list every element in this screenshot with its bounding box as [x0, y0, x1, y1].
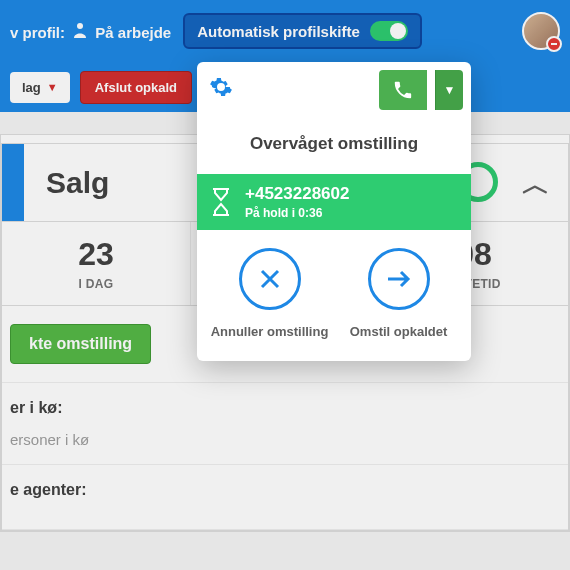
toggle-on-icon[interactable]	[370, 21, 408, 41]
stat-value: 23	[6, 236, 186, 273]
popup-actions: Annuller omstilling Omstil opkaldet	[197, 230, 471, 361]
queue-section-title: er i kø:	[10, 399, 560, 417]
confirm-transfer-button[interactable]: Omstil opkaldet	[334, 248, 463, 339]
gear-icon[interactable]	[209, 75, 233, 105]
auto-profile-switch-label: Automatisk profilskifte	[197, 23, 360, 40]
chevron-down-icon: ▼	[47, 81, 58, 93]
queue-name: Salg	[46, 166, 109, 200]
hold-status: På hold i 0:36	[245, 206, 349, 220]
cancel-transfer-button[interactable]: Annuller omstilling	[205, 248, 334, 339]
svg-point-0	[77, 23, 83, 29]
queue-color-bar	[2, 144, 24, 221]
hold-number: +4523228602	[245, 184, 349, 204]
call-dropdown-button[interactable]: ▼	[435, 70, 463, 110]
chevron-down-icon: ▼	[444, 83, 456, 97]
queue-empty-text: ersoner i kø	[10, 431, 560, 448]
agents-section-title: e agenter:	[10, 481, 560, 499]
confirm-transfer-label: Omstil opkaldet	[334, 324, 463, 339]
arrow-right-icon	[368, 248, 430, 310]
transfer-popup: ▼ Overvåget omstilling +4523228602 På ho…	[197, 62, 471, 361]
stat-calls-today: 23 I DAG	[2, 222, 190, 305]
queue-section: er i kø: ersoner i kø	[2, 383, 568, 465]
tag-dropdown[interactable]: lag ▼	[10, 72, 70, 103]
chevron-up-icon[interactable]: ︿	[522, 166, 550, 204]
auto-profile-switch[interactable]: Automatisk profilskifte	[183, 13, 422, 49]
end-call-button[interactable]: Afslut opkald	[80, 71, 192, 104]
close-icon	[239, 248, 301, 310]
call-button[interactable]	[379, 70, 427, 110]
cancel-transfer-label: Annuller omstilling	[205, 324, 334, 339]
top-bar: v profil: På arbejde Automatisk profilsk…	[0, 0, 570, 62]
hourglass-icon	[209, 187, 233, 217]
popup-toolbar: ▼	[197, 62, 471, 118]
person-icon	[73, 22, 87, 41]
tag-dropdown-label: lag	[22, 80, 41, 95]
phone-icon	[392, 79, 414, 101]
popup-title: Overvåget omstilling	[197, 118, 471, 174]
avatar[interactable]	[522, 12, 560, 50]
dnd-badge-icon	[546, 36, 562, 52]
direct-transfer-button[interactable]: kte omstilling	[10, 324, 151, 364]
hold-banner: +4523228602 På hold i 0:36	[197, 174, 471, 230]
active-profile-label: v profil: På arbejde	[10, 22, 171, 41]
stat-label: I DAG	[6, 277, 186, 291]
agents-section: e agenter:	[2, 465, 568, 530]
